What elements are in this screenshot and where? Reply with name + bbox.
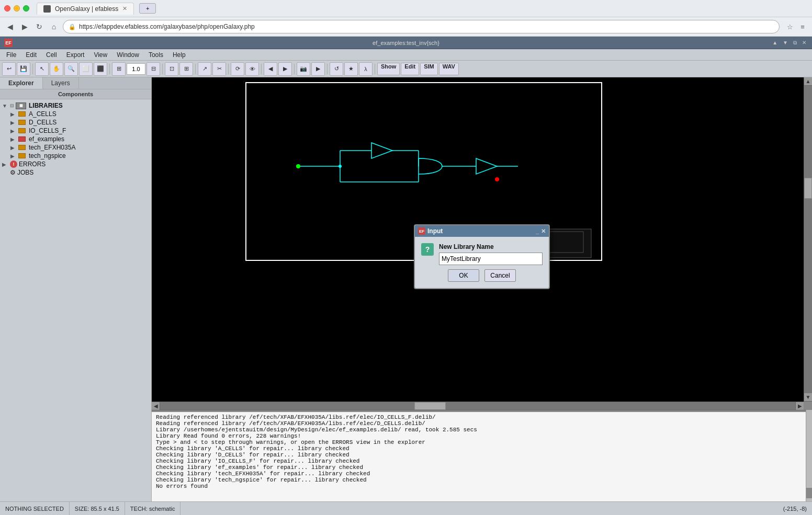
tab-title: OpenGalaxy | efabless: [55, 5, 118, 13]
toolbar-box-btn[interactable]: ⬜: [79, 62, 93, 76]
menu-edit[interactable]: Edit: [21, 50, 41, 60]
expand-tech-efxh-icon: ▶: [10, 145, 17, 151]
toolbar-snap-btn[interactable]: ⊟: [146, 62, 160, 76]
d-cells-label: D_CELLS: [29, 119, 57, 126]
dialog-title: Input: [427, 227, 443, 235]
title-restore-icon[interactable]: ⧉: [792, 39, 798, 47]
tree-item-tech-efxh[interactable]: ▶ tech_EFXH035A: [0, 143, 151, 152]
expand-libraries-icon: ▼: [2, 103, 8, 109]
toolbar-sep1: [32, 64, 33, 74]
tab-layers[interactable]: Layers: [43, 77, 79, 89]
menu-export[interactable]: Export: [62, 50, 89, 60]
toolbar-btn1[interactable]: ⊡: [165, 62, 178, 76]
back-button[interactable]: ◀: [4, 21, 16, 32]
toolbar-lambda-btn[interactable]: λ: [359, 62, 373, 76]
toolbar-sep7: [294, 64, 295, 74]
log-scrollbar-v[interactable]: [806, 410, 812, 501]
toolbar-save-btn[interactable]: 💾: [17, 62, 30, 76]
tree-item-a-cells[interactable]: ▶ A_CELLS: [0, 110, 151, 118]
toolbar-star-btn[interactable]: ★: [344, 62, 358, 76]
menu-window[interactable]: Window: [112, 50, 143, 60]
menu-icon[interactable]: ≡: [797, 21, 808, 32]
toolbar-scissors-btn[interactable]: ✂: [212, 62, 226, 76]
browser-titlebar: OpenGalaxy | efabless ✕ +: [0, 0, 812, 17]
toolbar-fill-btn[interactable]: ⬛: [94, 62, 107, 76]
toolbar-sep2: [109, 64, 110, 74]
tab-explorer[interactable]: Explorer: [0, 77, 43, 89]
a-cells-icon: [18, 111, 26, 117]
home-button[interactable]: ⌂: [48, 21, 60, 32]
forward-button[interactable]: ▶: [19, 21, 30, 32]
dialog-min-icon[interactable]: _: [536, 228, 539, 235]
toolbar: ↩ 💾 ↖ ✋ 🔍 ⬜ ⬛ ⊞ 1.0 ⊟ ⊡ ⊞ ↗ ✂ ⟳ 👁 ◀ ▶ 📷 …: [0, 61, 812, 77]
close-button[interactable]: [4, 5, 10, 12]
menu-cell[interactable]: Cell: [42, 50, 61, 60]
toolbar-show-btn[interactable]: Show: [377, 63, 400, 75]
toolbar-sim-btn[interactable]: SIM: [420, 63, 438, 75]
tree-item-errors[interactable]: ▶ ! ERRORS: [0, 160, 151, 168]
menu-help[interactable]: Help: [168, 50, 190, 60]
menu-view[interactable]: View: [89, 50, 111, 60]
toolbar-sep3: [162, 64, 163, 74]
tree-item-ef-examples[interactable]: ▶ ef_examples: [0, 135, 151, 143]
log-line-3: Library Read found 0 errors, 228 warning…: [156, 433, 808, 439]
maximize-button[interactable]: [23, 5, 29, 12]
title-down-icon[interactable]: ▼: [781, 39, 790, 47]
log-line-7: Checking library 'IO_CELLS_F' for repair…: [156, 458, 808, 464]
menu-tools[interactable]: Tools: [144, 50, 167, 60]
nav-extras: ☆ ≡: [785, 21, 808, 32]
dialog-ok-button[interactable]: OK: [448, 269, 479, 282]
toolbar-wav-btn[interactable]: WAV: [439, 63, 459, 75]
toolbar-play-btn[interactable]: ▶: [311, 62, 325, 76]
toolbar-btn2[interactable]: ⊞: [179, 62, 193, 76]
toolbar-left-btn[interactable]: ◀: [264, 62, 277, 76]
toolbar-select-btn[interactable]: ↖: [35, 62, 49, 76]
toolbar-zoom-btn[interactable]: 🔍: [64, 62, 78, 76]
dialog-cancel-button[interactable]: Cancel: [484, 269, 516, 282]
title-controls: ▲ ▼ ⧉ ✕: [771, 39, 808, 47]
scroll-up-icon[interactable]: ▲: [804, 77, 812, 86]
toolbar-right-btn[interactable]: ▶: [278, 62, 292, 76]
tree-item-libraries[interactable]: ▼ ⊟ ▦ LIBRARIES: [0, 101, 151, 110]
minimize-button[interactable]: [14, 5, 20, 12]
toolbar-cursor-btn[interactable]: ↗: [198, 62, 211, 76]
tree-item-io-cells-f[interactable]: ▶ IO_CELLS_F: [0, 127, 151, 135]
toolbar-edit-btn[interactable]: Edit: [401, 63, 419, 75]
reload-button[interactable]: ↻: [33, 21, 45, 32]
traffic-lights: [4, 5, 29, 12]
dialog-buttons: OK Cancel: [421, 269, 543, 282]
tree-item-tech-ngspice[interactable]: ▶ tech_ngspice: [0, 152, 151, 160]
io-cells-label: IO_CELLS_F: [29, 127, 66, 134]
log-line-2: Library /userhomes/ejentstauitm/design/M…: [156, 427, 808, 433]
bookmark-icon[interactable]: ☆: [785, 21, 795, 32]
tree-item-d-cells[interactable]: ▶ D_CELLS: [0, 118, 151, 127]
toolbar-sep6: [261, 64, 262, 74]
components-label: Components: [0, 89, 151, 99]
toolbar-reload-btn[interactable]: ↺: [330, 62, 343, 76]
tree-item-jobs[interactable]: ⚙ JOBS: [0, 168, 151, 177]
left-panel: Explorer Layers Components ▼ ⊟ ▦ LIBRARI…: [0, 77, 152, 501]
toolbar-grid-btn[interactable]: ⊞: [112, 62, 126, 76]
panel-tabs: Explorer Layers: [0, 77, 151, 89]
menu-file[interactable]: File: [2, 50, 20, 60]
title-close-icon[interactable]: ✕: [800, 39, 808, 47]
toolbar-refresh-btn[interactable]: ⟳: [231, 62, 244, 76]
dialog-body: ? New Library Name OK Cancel: [415, 237, 549, 288]
expand-tech-ngspice-icon: ▶: [10, 153, 17, 159]
d-cells-icon: [18, 120, 26, 125]
title-up-icon[interactable]: ▲: [771, 39, 779, 47]
toolbar-cam-btn[interactable]: 📷: [297, 62, 310, 76]
toolbar-view-btn[interactable]: 👁: [245, 62, 259, 76]
toolbar-new-btn[interactable]: ↩: [2, 62, 16, 76]
toolbar-pan-btn[interactable]: ✋: [50, 62, 63, 76]
expand-errors-icon: ▶: [2, 162, 8, 167]
dialog-close-icon[interactable]: ✕: [541, 228, 546, 235]
menu-bar: File Edit Cell Export View Window Tools …: [0, 49, 812, 61]
log-scroll-thumb[interactable]: [806, 488, 812, 498]
browser-tab[interactable]: OpenGalaxy | efabless ✕: [37, 3, 134, 15]
new-tab-button[interactable]: +: [139, 3, 156, 14]
address-bar[interactable]: 🔒 https://efappdev.efabless.com/galaxyba…: [63, 20, 780, 33]
dialog-input-field[interactable]: [439, 253, 543, 265]
tab-close-icon[interactable]: ✕: [122, 5, 127, 12]
main-content: Explorer Layers Components ▼ ⊟ ▦ LIBRARI…: [0, 77, 812, 501]
